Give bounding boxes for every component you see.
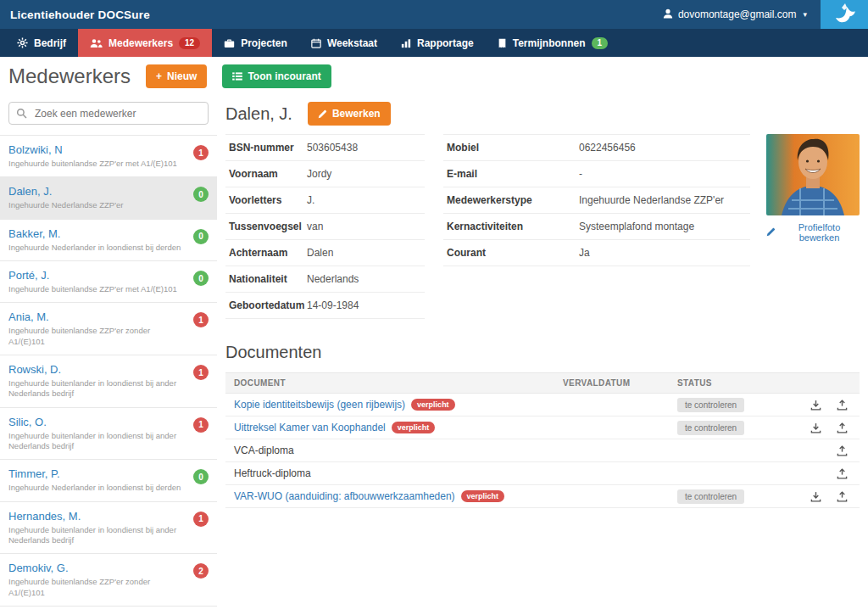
app-logo[interactable] bbox=[821, 0, 868, 29]
nav-tab-termijnbonnen[interactable]: Termijnbonnen1 bbox=[486, 29, 620, 57]
pencil-icon bbox=[766, 227, 776, 238]
toggle-incourant-button[interactable]: Toon incourant bbox=[222, 64, 331, 88]
employee-name: Dalen, J. bbox=[8, 185, 186, 198]
search-input[interactable] bbox=[8, 102, 209, 125]
nav-tab-label: Termijnbonnen bbox=[513, 37, 586, 49]
header-document: DOCUMENT bbox=[234, 378, 563, 388]
nav-tab-weekstaat[interactable]: Weekstaat bbox=[299, 29, 389, 57]
upload-icon[interactable] bbox=[837, 422, 848, 433]
document-name[interactable]: Kopie identiteitsbewijs (geen rijbewijs) bbox=[234, 399, 405, 411]
nav-tab-rapportage[interactable]: Rapportage bbox=[389, 29, 486, 57]
user-menu[interactable]: dovomontage@gmail.com ▾ bbox=[663, 8, 807, 21]
user-email: dovomontage@gmail.com bbox=[678, 8, 797, 20]
detail-field: VoornaamJordy bbox=[225, 161, 425, 187]
detail-field: AchternaamDalen bbox=[225, 240, 425, 266]
field-label: BSN-nummer bbox=[229, 142, 307, 154]
document-name: VCA-diploma bbox=[234, 444, 294, 456]
employee-list-item[interactable]: Hernandes, M.Ingehuurde buitenlander in … bbox=[0, 502, 217, 555]
employee-list-item[interactable]: Porté, J.Ingehuurde buitenlandse ZZP'er … bbox=[0, 261, 217, 303]
upload-icon[interactable] bbox=[837, 491, 848, 502]
document-row: Heftruck-diploma bbox=[225, 462, 860, 485]
employee-name: Bolzwiki, N bbox=[8, 143, 186, 156]
nav-tab-projecten[interactable]: Projecten bbox=[212, 29, 299, 57]
upload-icon[interactable] bbox=[837, 468, 848, 479]
header-actions bbox=[796, 378, 851, 388]
employee-info: Hernandes, M.Ingehuurde buitenlander in … bbox=[8, 510, 193, 546]
caret-down-icon: ▾ bbox=[803, 10, 807, 19]
field-label: Geboortedatum bbox=[229, 299, 307, 311]
employee-count-badge: 0 bbox=[193, 187, 209, 202]
nav-count-badge: 12 bbox=[179, 37, 200, 49]
employee-list-item[interactable]: Silic, O.Ingehuurde buitenlander in loon… bbox=[0, 408, 217, 461]
employee-list-item[interactable]: Rowski, D.Ingehuurde buitenlander in loo… bbox=[0, 355, 217, 408]
new-employee-button[interactable]: + Nieuw bbox=[146, 64, 207, 88]
calendar-icon bbox=[311, 38, 321, 48]
briefcase-icon bbox=[224, 38, 235, 48]
nav-tab-label: Rapportage bbox=[417, 37, 474, 49]
edit-employee-button[interactable]: Bewerken bbox=[308, 102, 391, 126]
employee-type: Ingehuurde Nederlander in loondienst bij… bbox=[8, 243, 186, 253]
edit-photo-link[interactable]: Profielfoto bewerken bbox=[766, 222, 860, 243]
nav-tab-label: Projecten bbox=[241, 37, 287, 49]
required-badge: verplicht bbox=[411, 399, 455, 411]
detail-grid: BSN-nummer503605438VoornaamJordyVoorlett… bbox=[225, 134, 860, 319]
download-icon[interactable] bbox=[810, 491, 821, 502]
upload-icon[interactable] bbox=[837, 400, 848, 411]
field-value: 14-09-1984 bbox=[307, 299, 359, 311]
employee-list-item[interactable]: Bolzwiki, NIngehuurde buitenlandse ZZP'e… bbox=[0, 136, 217, 177]
field-label: Medewerkerstype bbox=[447, 194, 579, 206]
detail-field: CourantJa bbox=[443, 240, 750, 266]
employee-count-badge: 0 bbox=[193, 271, 209, 286]
main-panel: Dalen, J. Bewerken BSN-nummer503605438Vo… bbox=[217, 95, 868, 615]
employee-info: Rowski, D.Ingehuurde buitenlander in loo… bbox=[8, 363, 193, 400]
document-row: VCA-diploma bbox=[225, 439, 860, 462]
employee-type: Ingehuurde buitenlandse ZZP'er met A1/(E… bbox=[8, 159, 186, 169]
employee-type: Ingehuurde buitenlander in loondienst bi… bbox=[8, 431, 186, 452]
download-icon[interactable] bbox=[810, 400, 821, 411]
employee-list-item[interactable]: Zanten, J.Ingehuurde Nederlandse ZZP'er1 bbox=[0, 607, 217, 615]
detail-header: Dalen, J. Bewerken bbox=[225, 102, 860, 126]
content: Bolzwiki, NIngehuurde buitenlandse ZZP'e… bbox=[0, 95, 868, 615]
employee-count-badge: 0 bbox=[193, 229, 209, 244]
nav-tab-label: Weekstaat bbox=[327, 37, 377, 49]
employee-list-item[interactable]: Demokiv, G.Ingehuurde buitenlandse ZZP'e… bbox=[0, 554, 217, 607]
field-value: Systeemplafond montage bbox=[579, 221, 694, 232]
employee-sidebar: Bolzwiki, NIngehuurde buitenlandse ZZP'e… bbox=[0, 95, 217, 615]
detail-field: NationaliteitNederlands bbox=[225, 266, 425, 293]
field-value: Ingehuurde Nederlandse ZZP'er bbox=[579, 194, 724, 206]
employee-list-item[interactable]: Timmer, P.Ingehuurde Nederlander in loon… bbox=[0, 460, 217, 501]
main-nav: BedrijfMedewerkers12ProjectenWeekstaatRa… bbox=[0, 29, 868, 57]
detail-fields-left: BSN-nummer503605438VoornaamJordyVoorlett… bbox=[225, 134, 425, 319]
employee-count-badge: 1 bbox=[193, 145, 209, 160]
field-label: E-mail bbox=[447, 168, 579, 180]
new-button-label: Nieuw bbox=[167, 70, 197, 82]
employee-search bbox=[8, 102, 209, 125]
gear-icon bbox=[17, 37, 28, 48]
employee-name: Rowski, D. bbox=[8, 363, 186, 376]
detail-field: MedewerkerstypeIngehuurde Nederlandse ZZ… bbox=[443, 187, 750, 214]
document-name[interactable]: Uittreksel Kamer van Koophandel bbox=[234, 422, 386, 433]
field-value: Ja bbox=[579, 247, 590, 259]
user-icon bbox=[663, 8, 673, 21]
topbar: Licentiehouder DOCSure dovomontage@gmail… bbox=[0, 0, 868, 29]
upload-icon[interactable] bbox=[837, 445, 848, 456]
nav-tab-bedrijf[interactable]: Bedrijf bbox=[5, 29, 78, 57]
document-row: Kopie identiteitsbewijs (geen rijbewijs)… bbox=[225, 394, 860, 417]
employee-count-badge: 2 bbox=[193, 563, 209, 579]
field-value: Dalen bbox=[307, 247, 333, 259]
edit-button-label: Bewerken bbox=[332, 108, 381, 120]
employee-list-item[interactable]: Dalen, J.Ingehuurde Nederlandse ZZP'er0 bbox=[0, 177, 217, 219]
field-label: Kernactiviteiten bbox=[447, 221, 579, 232]
detail-fields-right: Mobiel0622456456E-mail-MedewerkerstypeIn… bbox=[443, 134, 750, 319]
plus-icon: + bbox=[156, 70, 162, 82]
employee-list-item[interactable]: Ania, M.Ingehuurde buitenlandse ZZP'er z… bbox=[0, 303, 217, 355]
employee-list-item[interactable]: Bakker, M.Ingehuurde Nederlander in loon… bbox=[0, 220, 217, 261]
employee-info: Bolzwiki, NIngehuurde buitenlandse ZZP'e… bbox=[8, 143, 193, 169]
employee-count-badge: 1 bbox=[193, 417, 209, 433]
download-icon[interactable] bbox=[810, 422, 821, 433]
document-name[interactable]: VAR-WUO (aanduiding: afbouwwerkzaamheden… bbox=[234, 490, 455, 502]
employee-info: Demokiv, G.Ingehuurde buitenlandse ZZP'e… bbox=[8, 562, 193, 598]
nav-tab-medewerkers[interactable]: Medewerkers12 bbox=[78, 29, 212, 57]
employee-count-badge: 1 bbox=[193, 365, 209, 380]
employee-name: Porté, J. bbox=[8, 269, 186, 282]
